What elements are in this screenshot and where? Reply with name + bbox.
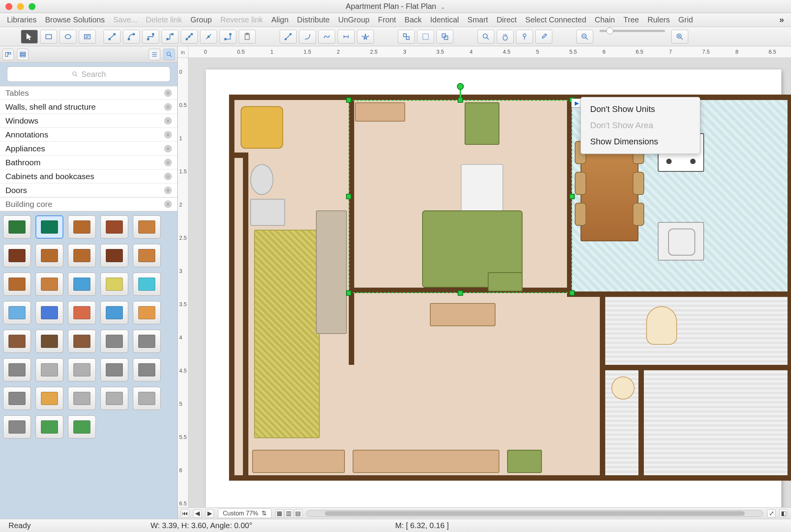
library-shape[interactable]: [36, 215, 63, 239]
desk[interactable]: [250, 199, 285, 226]
library-shape[interactable]: [3, 273, 31, 296]
zoom-out-button[interactable]: [576, 30, 593, 44]
library-shape[interactable]: [36, 415, 63, 439]
library-shape[interactable]: [68, 330, 96, 353]
selection-handle[interactable]: [346, 194, 351, 199]
overflow-icon[interactable]: »: [779, 15, 784, 25]
menu-grid[interactable]: Grid: [678, 15, 693, 24]
scrollbar-thumb[interactable]: [325, 511, 745, 516]
library-shape[interactable]: [36, 387, 63, 410]
toggle-panel[interactable]: ◧: [779, 509, 788, 518]
category-appliances[interactable]: Appliances×: [0, 142, 177, 156]
toilet[interactable]: [646, 306, 677, 345]
group-tool-3[interactable]: [436, 30, 453, 44]
close-icon[interactable]: ×: [164, 89, 172, 97]
search-input[interactable]: Search: [7, 66, 170, 82]
office-chair[interactable]: [250, 164, 273, 195]
page-next[interactable]: ▶: [205, 509, 214, 518]
hlink-tool[interactable]: [338, 30, 355, 44]
category-tables[interactable]: Tables×: [0, 86, 177, 100]
library-shape[interactable]: [68, 387, 96, 410]
group-tool-2[interactable]: [417, 30, 434, 44]
page-first[interactable]: ⏮: [181, 509, 189, 518]
menu-direct[interactable]: Direct: [497, 15, 517, 24]
zoom-window-icon[interactable]: [29, 3, 36, 10]
menu-chain[interactable]: Chain: [595, 15, 615, 24]
wall[interactable]: [600, 365, 791, 370]
dining-chair[interactable]: [575, 203, 586, 226]
connector-3[interactable]: [142, 30, 159, 44]
library-shape[interactable]: [68, 215, 96, 239]
library-shape[interactable]: [3, 330, 31, 353]
zoom-selector[interactable]: Custom 77% ⇅: [218, 508, 272, 518]
connector-5[interactable]: [181, 30, 198, 44]
library-shape[interactable]: [36, 330, 63, 353]
library-shape[interactable]: [3, 301, 31, 324]
library-shape[interactable]: [3, 387, 31, 410]
wall[interactable]: [243, 152, 248, 481]
sidebar-btn-2[interactable]: [17, 49, 29, 60]
menu-smart[interactable]: Smart: [467, 15, 488, 24]
wash-basin[interactable]: [611, 376, 635, 400]
pin-tool[interactable]: [516, 30, 533, 44]
library-shape[interactable]: [3, 215, 31, 239]
menu-align[interactable]: Align: [272, 15, 289, 24]
library-shape[interactable]: [68, 244, 96, 267]
category-cabinets-and-bookcases[interactable]: Cabinets and bookcases×: [0, 169, 177, 183]
eyedropper-tool[interactable]: [535, 30, 552, 44]
zoom-tool[interactable]: [477, 30, 494, 44]
library-shape[interactable]: [3, 244, 31, 267]
bathroom-floor[interactable]: [605, 297, 788, 365]
line-tool[interactable]: [280, 30, 297, 44]
close-icon[interactable]: ×: [164, 103, 172, 111]
connector-2[interactable]: [123, 30, 140, 44]
library-shape[interactable]: [100, 358, 128, 381]
menu-group[interactable]: Group: [190, 15, 212, 24]
menu-identical[interactable]: Identical: [430, 15, 459, 24]
connector-1[interactable]: [104, 30, 121, 44]
rug[interactable]: [254, 230, 320, 438]
zoom-slider-knob[interactable]: [606, 27, 613, 34]
library-shape[interactable]: [3, 415, 31, 439]
view-mode-1[interactable]: ▦: [275, 509, 284, 518]
library-shape[interactable]: [100, 273, 128, 296]
library-shape[interactable]: [133, 215, 161, 239]
library-shape[interactable]: [36, 244, 63, 267]
horizontal-scrollbar[interactable]: [306, 510, 763, 517]
wall[interactable]: [600, 291, 605, 481]
view-mode-2[interactable]: ▥: [285, 509, 293, 518]
sidebar-btn-1[interactable]: [2, 49, 14, 60]
page-prev[interactable]: ◀: [193, 509, 202, 518]
pan-tool[interactable]: [497, 30, 514, 44]
star-tool[interactable]: [357, 30, 374, 44]
floor-plan[interactable]: ▶ Don't Show UnitsDon't Show AreaShow Di…: [229, 95, 791, 481]
connector-6[interactable]: [200, 30, 217, 44]
menu-back[interactable]: Back: [404, 15, 421, 24]
library-shape[interactable]: [68, 358, 96, 381]
sidebar-search-view[interactable]: [163, 49, 175, 60]
library-shape[interactable]: [133, 387, 161, 410]
library-shape[interactable]: [133, 244, 161, 267]
library-shape[interactable]: [100, 301, 128, 324]
clipboard-tool[interactable]: [239, 30, 256, 44]
close-icon[interactable]: ×: [164, 200, 172, 208]
rect-tool[interactable]: [40, 30, 57, 44]
library-shape[interactable]: [68, 301, 96, 324]
close-window-icon[interactable]: [5, 3, 12, 10]
rotation-handle[interactable]: [457, 83, 464, 90]
close-icon[interactable]: ×: [164, 159, 172, 166]
bottom-cabinet[interactable]: [252, 450, 345, 473]
menu-libraries[interactable]: Libraries: [7, 15, 37, 24]
selection-frame[interactable]: [349, 100, 572, 293]
zoom-in-button[interactable]: [671, 30, 688, 44]
spline-tool[interactable]: [318, 30, 335, 44]
library-shape[interactable]: [36, 358, 63, 381]
green-stool[interactable]: [507, 450, 542, 473]
menu-tree[interactable]: Tree: [623, 15, 639, 24]
canvas[interactable]: ▶ Don't Show UnitsDon't Show AreaShow Di…: [188, 58, 791, 507]
armchair[interactable]: [241, 106, 283, 149]
context-menu-item-don-t-show-units[interactable]: Don't Show Units: [581, 101, 700, 117]
library-shape[interactable]: [36, 301, 63, 324]
close-icon[interactable]: ×: [164, 117, 172, 125]
library-shape[interactable]: [133, 273, 161, 296]
